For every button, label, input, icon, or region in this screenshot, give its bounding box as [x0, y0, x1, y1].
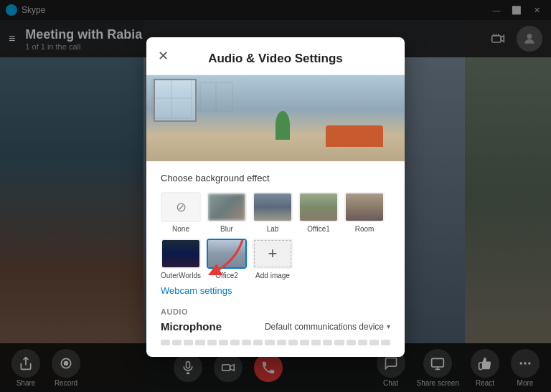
- effect-lab[interactable]: Lab: [253, 192, 293, 233]
- effect-add-image[interactable]: + Add image: [253, 239, 293, 279]
- device-name: Default communications device: [265, 322, 384, 332]
- effect-blur[interactable]: Blur: [207, 192, 247, 233]
- volume-dot: [253, 340, 263, 345]
- modal-body: Choose background effect ⊘ None Blur: [146, 161, 405, 357]
- volume-dot: [358, 340, 367, 345]
- volume-dot: [184, 340, 193, 345]
- effect-label-outerworlds: OuterWorlds: [161, 272, 201, 279]
- effect-label-office1: Office1: [307, 225, 330, 233]
- audio-video-settings-modal: ✕ Audio & Video Settings Choose: [146, 37, 405, 357]
- effect-outerworlds[interactable]: OuterWorlds: [161, 239, 201, 279]
- webcam-settings-link[interactable]: Webcam settings: [161, 285, 390, 296]
- effect-office1[interactable]: Office1: [298, 192, 339, 233]
- modal-title: Audio & Video Settings: [208, 52, 343, 66]
- effects-grid: ⊘ None Blur Lab: [161, 192, 390, 233]
- volume-dot: [323, 340, 332, 345]
- microphone-row: Microphone Default communications device…: [161, 320, 390, 333]
- effect-thumb-office1: [298, 192, 339, 222]
- volume-dot: [195, 340, 204, 345]
- volume-meter: [161, 340, 390, 345]
- effect-thumb-none: ⊘: [161, 192, 201, 222]
- volume-dot: [242, 340, 251, 345]
- volume-dot: [230, 340, 240, 345]
- effect-label-office2: Office2: [215, 272, 238, 279]
- effect-none[interactable]: ⊘ None: [161, 192, 201, 233]
- effect-thumb-office2: [207, 239, 247, 269]
- effect-label-lab: Lab: [267, 225, 279, 233]
- effect-thumb-blur: [207, 192, 247, 222]
- chevron-down-icon: ▾: [387, 322, 390, 330]
- effect-label-room: Room: [355, 225, 375, 233]
- camera-preview: [146, 75, 405, 161]
- modal-close-button[interactable]: ✕: [158, 48, 169, 64]
- microphone-label: Microphone: [161, 320, 222, 333]
- volume-dot: [288, 340, 298, 345]
- effect-thumb-outerworlds: [161, 239, 201, 269]
- device-selector[interactable]: Default communications device ▾: [265, 322, 390, 332]
- effect-label-blur: Blur: [220, 225, 233, 233]
- effect-label-add: Add image: [255, 272, 290, 279]
- effect-room[interactable]: Room: [344, 192, 385, 233]
- volume-dot: [161, 340, 170, 345]
- modal-header: ✕ Audio & Video Settings: [146, 37, 405, 75]
- volume-dot: [219, 340, 228, 345]
- volume-dot: [265, 340, 274, 345]
- volume-dot: [347, 340, 356, 345]
- audio-section-label: AUDIO: [161, 307, 390, 316]
- volume-dot: [381, 340, 390, 345]
- volume-dot: [311, 340, 321, 345]
- effect-thumb-add: +: [253, 239, 293, 269]
- modal-overlay: ✕ Audio & Video Settings Choose: [0, 0, 551, 392]
- effect-thumb-room: [344, 192, 385, 222]
- room-scene-preview: [146, 75, 405, 161]
- volume-dot: [334, 340, 344, 345]
- effects-grid-row2: OuterWorlds Office2 + Add image: [161, 239, 390, 279]
- volume-dot: [300, 340, 309, 345]
- volume-dot: [277, 340, 286, 345]
- background-section-title: Choose background effect: [161, 173, 390, 183]
- effect-thumb-lab: [253, 192, 293, 222]
- volume-dot: [172, 340, 182, 345]
- effect-office2[interactable]: Office2: [207, 239, 247, 279]
- volume-dot: [369, 340, 379, 345]
- volume-dot: [207, 340, 217, 345]
- effect-label-none: None: [172, 225, 189, 233]
